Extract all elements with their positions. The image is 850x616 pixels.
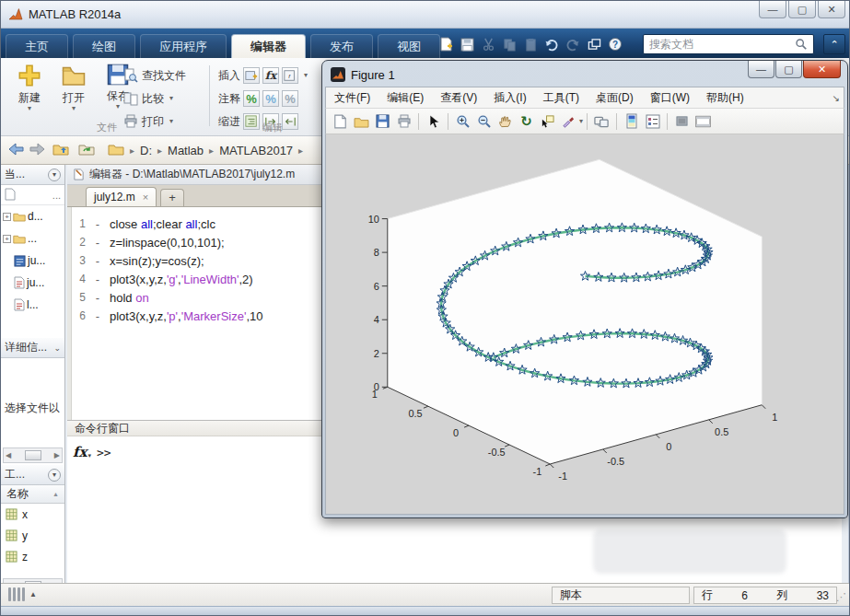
scroll-right-icon[interactable]: ▶ xyxy=(54,451,60,459)
ribbon-tab-view[interactable]: 视图 xyxy=(378,34,440,58)
search-icon[interactable] xyxy=(795,38,808,54)
minimize-button[interactable]: — xyxy=(759,1,786,18)
uncomment-icon[interactable]: % xyxy=(262,90,279,107)
details-panel-header[interactable]: 详细信... ⌄ xyxy=(1,338,64,358)
more-icon[interactable]: ... xyxy=(52,190,61,201)
figure-menu-desktop[interactable]: 桌面(D) xyxy=(588,90,642,106)
tab-july12m[interactable]: july12.m × xyxy=(86,187,157,206)
close-button[interactable]: ✕ xyxy=(818,1,845,18)
figure-menu-view[interactable]: 查看(V) xyxy=(432,90,485,106)
help-icon[interactable]: ? xyxy=(605,34,625,54)
insert-function-icon[interactable]: f xyxy=(282,67,298,84)
zoom-in-icon[interactable] xyxy=(453,111,472,131)
browse-folder-icon[interactable] xyxy=(78,142,95,158)
tree-item-file-3[interactable]: l... xyxy=(1,294,64,316)
expand-icon[interactable]: + xyxy=(3,235,11,243)
blank-file-icon[interactable] xyxy=(5,188,16,203)
breadcrumb-item-matlab2017[interactable]: MATLAB2017 xyxy=(219,144,293,157)
hide-plot-tools-icon[interactable] xyxy=(672,111,692,131)
new-tab-button[interactable]: + xyxy=(160,189,184,206)
comment-icon[interactable]: % xyxy=(243,90,260,107)
panel-menu-icon[interactable]: ▾ xyxy=(48,469,61,482)
cut-icon[interactable] xyxy=(478,34,498,54)
breadcrumb-item-matlab[interactable]: Matlab xyxy=(168,144,204,157)
tree-item-file-2[interactable]: ju... xyxy=(1,272,64,294)
print-figure-icon[interactable] xyxy=(394,111,413,131)
zoom-out-icon[interactable] xyxy=(474,111,494,131)
tree-item-folder-2[interactable]: + ... xyxy=(1,227,64,250)
open-button[interactable]: 打开▾ xyxy=(52,64,95,121)
grip-arrow-icon[interactable]: ▲ xyxy=(29,590,37,599)
figure-minimize-button[interactable]: — xyxy=(748,61,774,78)
find-files-button[interactable]: 查找文件 xyxy=(123,65,186,86)
data-cursor-icon[interactable] xyxy=(538,111,557,131)
save-figure-icon[interactable] xyxy=(373,111,392,131)
workspace-name-column[interactable]: 名称 ▲ xyxy=(1,485,64,504)
insert-fx-icon[interactable]: fx xyxy=(262,67,279,84)
figure-menu-insert[interactable]: 插入(I) xyxy=(485,90,534,106)
ribbon-tab-plots[interactable]: 绘图 xyxy=(73,34,135,58)
pointer-icon[interactable] xyxy=(424,111,443,131)
insert-section-icon[interactable] xyxy=(243,67,260,84)
workspace-var-x[interactable]: x xyxy=(1,504,64,525)
figure-maximize-button[interactable]: ▢ xyxy=(775,61,802,78)
maximize-button[interactable]: ▢ xyxy=(788,1,816,18)
new-figure-icon[interactable] xyxy=(331,111,350,131)
redo-icon[interactable] xyxy=(563,34,583,54)
insert-colorbar-icon[interactable] xyxy=(622,111,641,131)
chevron-down-icon[interactable]: ⌄ xyxy=(53,343,61,353)
figure-window[interactable]: Figure 1 — ▢ ✕ 文件(F) 编辑(E) 查看(V) 插入(I) 工… xyxy=(321,60,848,518)
copy-icon[interactable] xyxy=(499,34,519,54)
panel-menu-icon[interactable]: ▾ xyxy=(48,169,61,181)
scroll-thumb[interactable] xyxy=(25,450,41,460)
new-script-icon[interactable] xyxy=(436,34,456,54)
collapse-ribbon-button[interactable]: ⌃ xyxy=(823,34,845,54)
rotate-3d-icon[interactable]: ↻ xyxy=(517,111,536,131)
ribbon-tab-apps[interactable]: 应用程序 xyxy=(140,34,227,58)
insert-row[interactable]: 插入 fx f ▾ xyxy=(218,65,308,86)
switch-windows-icon[interactable] xyxy=(584,34,604,54)
figure-close-button[interactable]: ✕ xyxy=(803,61,841,78)
scroll-left-icon[interactable]: ◀ xyxy=(6,451,11,459)
resize-grip-icon[interactable]: ⋰ xyxy=(836,591,847,603)
wrap-comments-icon[interactable]: % xyxy=(282,90,298,107)
comment-row[interactable]: 注释 % % % xyxy=(218,88,298,109)
ribbon-tab-home[interactable]: 主页 xyxy=(6,34,68,58)
open-file-icon[interactable] xyxy=(352,111,371,131)
tree-item-folder-1[interactable]: + d... xyxy=(1,205,64,227)
save-icon[interactable] xyxy=(457,34,477,54)
workspace-var-z[interactable]: z xyxy=(1,546,64,567)
details-hscrollbar[interactable]: ◀ ▶ xyxy=(3,447,63,463)
workspace-panel-header[interactable]: 工... ▾ xyxy=(1,465,64,485)
pan-icon[interactable] xyxy=(495,111,515,131)
close-tab-icon[interactable]: × xyxy=(143,192,148,203)
back-icon[interactable] xyxy=(8,143,25,158)
figure-menu-help[interactable]: 帮助(H) xyxy=(698,90,752,106)
figure-menu-edit[interactable]: 编辑(E) xyxy=(378,90,432,106)
menu-overflow-icon[interactable]: ↘ xyxy=(833,93,840,103)
statusbar-grip[interactable]: ▲ xyxy=(8,587,37,601)
ribbon-tab-editor[interactable]: 编辑器 xyxy=(231,34,306,58)
forward-icon[interactable] xyxy=(29,143,45,158)
undo-icon[interactable] xyxy=(541,34,562,54)
paste-icon[interactable] xyxy=(520,34,541,54)
show-plot-tools-icon[interactable] xyxy=(693,111,713,131)
compare-button[interactable]: 比较▾ xyxy=(123,88,173,109)
expand-icon[interactable]: + xyxy=(3,213,11,221)
up-folder-icon[interactable] xyxy=(52,142,69,158)
breadcrumb-item-drive[interactable]: D: xyxy=(140,144,152,157)
figure-axes-area[interactable]: -1-0.500.51-1-0.500.510246810 xyxy=(325,134,844,515)
figure-menu-window[interactable]: 窗口(W) xyxy=(642,90,698,106)
link-plot-icon[interactable] xyxy=(592,111,611,131)
workspace-var-y[interactable]: y xyxy=(1,525,64,546)
fx-icon[interactable]: fx xyxy=(73,444,87,460)
new-button[interactable]: 新建▾ xyxy=(8,64,51,121)
figure-titlebar[interactable]: Figure 1 — ▢ ✕ xyxy=(325,63,844,87)
figure-menu-tools[interactable]: 工具(T) xyxy=(535,90,588,106)
ribbon-tab-publish[interactable]: 发布 xyxy=(310,34,373,58)
search-input[interactable] xyxy=(643,34,814,54)
figure-menu-file[interactable]: 文件(F) xyxy=(326,90,378,106)
brush-icon[interactable] xyxy=(559,111,578,131)
current-folder-panel-header[interactable]: 当... ▾ xyxy=(1,165,64,185)
tree-item-file-1[interactable]: ju... xyxy=(1,250,64,272)
